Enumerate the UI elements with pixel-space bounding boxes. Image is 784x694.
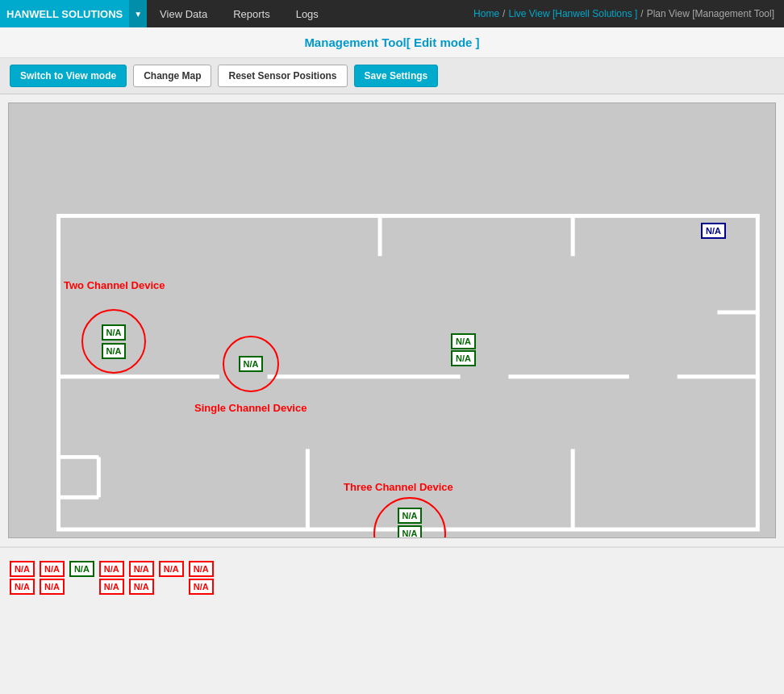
brand-logo: HANWELL SOLUTIONS (0, 0, 129, 27)
sensor-mid-right[interactable]: N/A N/A (451, 333, 476, 366)
single-channel-circle[interactable]: N/A (223, 336, 279, 392)
bottom-sensor-1[interactable]: N/A N/A (10, 561, 35, 595)
change-map-button[interactable]: Change Map (133, 65, 211, 87)
nav-reports[interactable]: Reports (220, 0, 283, 27)
bottom-sensor-4[interactable]: N/A N/A (99, 561, 124, 595)
toolbar: Switch to View mode Change Map Reset Sen… (0, 58, 784, 94)
nav-logs[interactable]: Logs (283, 0, 332, 27)
two-channel-label: Two Channel Device (64, 279, 165, 291)
sensor-mid-right-val2: N/A (451, 350, 476, 366)
single-channel-val1: N/A (239, 356, 264, 372)
map-container: N/A Two Channel Device N/A N/A Single Ch… (8, 102, 776, 538)
breadcrumb-home[interactable]: Home (473, 8, 499, 19)
bottom-sensor-2[interactable]: N/A N/A (40, 561, 65, 595)
bottom-sensor-6[interactable]: N/A (159, 561, 184, 595)
reset-sensor-positions-button[interactable]: Reset Sensor Positions (218, 65, 347, 87)
nav-links: View Data Reports Logs (147, 0, 464, 27)
save-settings-button[interactable]: Save Settings (354, 65, 439, 87)
breadcrumb: Home / Live View [Hanwell Solutions ] / … (464, 0, 784, 27)
nav-view-data[interactable]: View Data (147, 0, 220, 27)
bottom-sensor-3[interactable]: N/A (69, 561, 94, 595)
brand-name: HANWELL SOLUTIONS (6, 8, 123, 20)
page-title: Management Tool[ Edit mode ] (0, 27, 784, 58)
sensor-box-na-blue: N/A (701, 223, 726, 239)
brand-dropdown-arrow[interactable]: ▼ (129, 0, 147, 27)
two-channel-circle[interactable]: N/A N/A (81, 309, 146, 374)
three-channel-val2: N/A (398, 525, 423, 538)
breadcrumb-live-view[interactable]: Live View [Hanwell Solutions ] (508, 8, 637, 19)
sensor-top-right[interactable]: N/A (701, 223, 726, 239)
bottom-sensor-7[interactable]: N/A N/A (189, 561, 214, 595)
bottom-sensor-bar: N/A N/A N/A N/A N/A N/A N/A N/A N/A N/A … (0, 546, 784, 603)
bottom-sensor-list: N/A N/A N/A N/A N/A N/A N/A N/A N/A N/A … (10, 561, 774, 595)
bottom-sensor-5[interactable]: N/A N/A (129, 561, 154, 595)
navbar: HANWELL SOLUTIONS ▼ View Data Reports Lo… (0, 0, 784, 27)
two-channel-val1: N/A (102, 324, 127, 341)
two-channel-val2: N/A (102, 343, 127, 359)
switch-view-mode-button[interactable]: Switch to View mode (10, 65, 127, 87)
three-channel-label: Three Channel Device (344, 481, 453, 493)
sensor-mid-right-val1: N/A (451, 333, 476, 349)
single-channel-label: Single Channel Device (194, 402, 307, 414)
three-channel-val1: N/A (398, 508, 423, 524)
breadcrumb-current: Plan View [Management Tool] (647, 8, 774, 19)
